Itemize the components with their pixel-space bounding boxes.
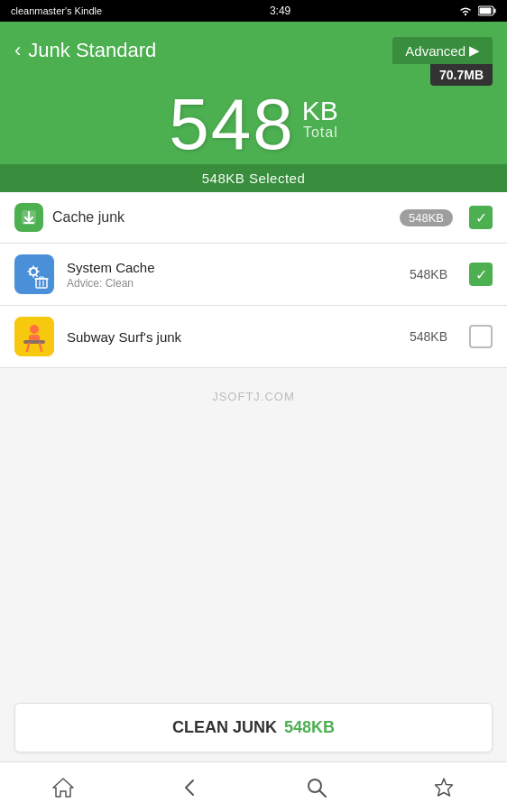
subway-surf-size: 548KB: [410, 329, 447, 344]
svg-point-0: [465, 14, 466, 15]
bottom-navigation: [0, 761, 507, 812]
search-icon: [305, 776, 328, 799]
system-cache-info: System Cache Advice: Clean: [67, 260, 397, 290]
battery-icon: [478, 5, 496, 16]
svg-point-13: [30, 325, 39, 334]
system-cache-advice: Advice: Clean: [67, 277, 397, 290]
header-left: ‹ Junk Standard: [14, 39, 156, 62]
subway-surf-checkbox[interactable]: [469, 325, 493, 348]
hero-size-display: 548 KB Total: [169, 88, 338, 161]
star-icon: [432, 776, 456, 799]
advanced-label: Advanced: [405, 43, 466, 59]
status-icons: [458, 5, 496, 16]
watermark: JSOFTJ.COM: [0, 390, 507, 403]
system-cache-name: System Cache: [67, 260, 397, 275]
back-button[interactable]: ‹: [14, 39, 21, 62]
advanced-arrow: ▶: [469, 42, 480, 59]
selected-text: 548KB Selected: [202, 171, 306, 186]
time: 3:49: [270, 5, 290, 17]
hero-section: 548 KB Total: [0, 79, 507, 164]
nav-bookmark[interactable]: [421, 770, 466, 806]
selected-bar: 548KB Selected: [0, 164, 507, 192]
hero-unit: KB: [302, 97, 338, 125]
content-area: Cache junk 548KB ✓: [0, 192, 507, 403]
page-title: Junk Standard: [28, 39, 156, 62]
system-cache-item: System Cache Advice: Clean 548KB ✓: [0, 244, 507, 306]
hero-total: Total: [302, 125, 338, 141]
subway-surf-icon-svg: [14, 317, 54, 356]
clean-button-container: CLEAN JUNK 548KB: [0, 694, 507, 761]
svg-rect-2: [493, 9, 495, 14]
section-title: Cache junk: [52, 209, 391, 226]
subway-surf-info: Subway Surf's junk: [67, 329, 397, 345]
subway-surf-item: Subway Surf's junk 548KB: [0, 306, 507, 368]
system-cache-size: 548KB: [410, 267, 447, 281]
nav-search[interactable]: [294, 770, 339, 806]
system-cache-checkbox[interactable]: ✓: [469, 263, 493, 286]
download-icon: [20, 208, 38, 226]
status-bar: cleanmaster's Kindle 3:49: [0, 0, 507, 22]
section-checkbox[interactable]: ✓: [469, 206, 493, 229]
cache-junk-section-header: Cache junk 548KB ✓: [0, 192, 507, 244]
home-icon: [51, 776, 75, 799]
cache-junk-icon: [14, 203, 43, 232]
svg-rect-3: [479, 8, 491, 14]
subway-surf-name: Subway Surf's junk: [67, 329, 397, 345]
hero-number: 548: [169, 88, 294, 161]
clean-size: 548KB: [284, 718, 335, 737]
section-size: 548KB: [400, 209, 453, 226]
advanced-button[interactable]: Advanced ▶ 70.7MB: [392, 37, 493, 64]
system-cache-icon: [14, 254, 54, 294]
svg-rect-15: [23, 340, 45, 344]
system-icon-svg: [17, 257, 51, 291]
header: ‹ Junk Standard Advanced ▶ 70.7MB: [0, 22, 507, 79]
clean-label: CLEAN JUNK: [172, 718, 277, 737]
svg-line-19: [320, 790, 327, 797]
nav-back[interactable]: [168, 770, 213, 806]
app-name: cleanmaster's Kindle: [11, 5, 102, 16]
wifi-icon: [458, 5, 473, 16]
nav-home[interactable]: [41, 770, 86, 806]
subway-surf-icon: [14, 317, 54, 356]
clean-junk-button[interactable]: CLEAN JUNK 548KB: [14, 703, 493, 752]
back-icon: [179, 776, 202, 799]
advanced-tooltip: 70.7MB: [430, 64, 493, 86]
